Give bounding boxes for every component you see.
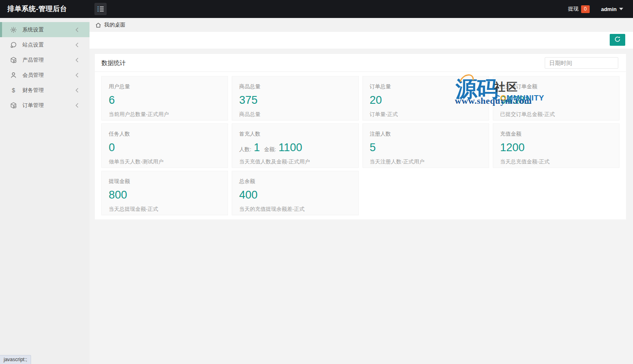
- user-menu[interactable]: admin: [601, 6, 623, 12]
- svg-text:$: $: [12, 87, 15, 93]
- stat-card-title: 总余额: [239, 178, 351, 185]
- sidebar-item-product-management[interactable]: 产品管理: [0, 52, 89, 67]
- breadcrumb: 我的桌面: [89, 18, 633, 32]
- stat-card-title: 任务人数: [109, 130, 221, 138]
- breadcrumb-home-link[interactable]: 我的桌面: [95, 21, 125, 29]
- sidebar-item-label: 财务管理: [22, 87, 75, 94]
- home-icon: [95, 22, 101, 28]
- user-icon: [10, 71, 17, 79]
- list-icon: [97, 7, 104, 7]
- stat-card-title: 提现金额: [109, 178, 221, 185]
- refresh-button[interactable]: [610, 34, 625, 46]
- sidebar-item-finance-management[interactable]: $财务管理: [0, 83, 89, 98]
- stat-card: 充值金额1200当天总充值金额-正式: [493, 123, 620, 168]
- stat-card-value: 5: [370, 141, 482, 154]
- withdraw-link[interactable]: 提现: [568, 5, 579, 13]
- stat-card: 用户总量6当前用户总数量-正式用户: [101, 76, 228, 121]
- sidebar-item-system-settings[interactable]: 系统设置: [0, 22, 89, 37]
- stat-card: 提现金额800当天总提现金额-正式: [101, 171, 228, 215]
- sidebar-item-label: 系统设置: [22, 26, 75, 33]
- chevron-left-icon: [75, 42, 79, 47]
- stat-card-value: 人数:1金额:1100: [239, 141, 351, 154]
- stat-card-desc: 做单当天人数-测试用户: [109, 158, 221, 165]
- refresh-icon: [614, 36, 621, 44]
- stat-card-title: 商品总量: [239, 83, 351, 90]
- chevron-left-icon: [75, 58, 79, 63]
- stat-card-value: 375: [239, 94, 351, 107]
- stat-card-desc: 当天注册人数-正式用户: [370, 158, 482, 165]
- stat-card-title: 充值金额: [500, 130, 612, 138]
- sidebar-item-site-settings[interactable]: 站点设置: [0, 37, 89, 52]
- stat-card-desc: 当天总提现金额-正式: [109, 205, 221, 213]
- dollar-icon: $: [10, 87, 17, 94]
- stat-card: 已完成订单金额94381已提交订单总金额-正式: [493, 76, 620, 121]
- stats-cards-grid: 用户总量6当前用户总数量-正式用户商品总量375商品总量订单总量20订单量-正式…: [95, 72, 626, 219]
- list-icon: [97, 11, 104, 11]
- app-title: 排单系统-管理后台: [7, 0, 67, 18]
- stat-card-desc: 当天的充值提现余额差-正式: [239, 205, 351, 213]
- stat-card-desc: 当天充值人数及金额-正式用户: [239, 158, 351, 165]
- stat-card-desc: 已提交订单总金额-正式: [500, 111, 612, 118]
- stat-card-value: 400: [239, 189, 351, 201]
- topbar-right: 提现 0 admin: [568, 0, 623, 18]
- sidebar: 系统设置站点设置产品管理会员管理$财务管理订单管理: [0, 18, 89, 364]
- caret-down-icon: [619, 8, 623, 10]
- list-icon: [97, 9, 104, 9]
- username: admin: [601, 6, 617, 12]
- sidebar-menu: 系统设置站点设置产品管理会员管理$财务管理订单管理: [0, 18, 89, 113]
- stat-card-desc: 订单量-正式: [370, 111, 482, 118]
- gear-icon: [10, 26, 17, 33]
- site-icon: [10, 41, 17, 49]
- chevron-left-icon: [75, 73, 79, 78]
- stat-card-desc: 当天总充值金额-正式: [500, 158, 612, 165]
- date-time-input[interactable]: [545, 57, 618, 69]
- stat-card-desc: 当前用户总数量-正式用户: [109, 111, 221, 118]
- status-link-tooltip: javascript:;: [0, 355, 31, 364]
- chevron-left-icon: [75, 27, 79, 32]
- stat-card: 首充人数人数:1金额:1100当天充值人数及金额-正式用户: [232, 123, 358, 168]
- stat-card-value: 20: [370, 94, 482, 107]
- menu-toggle-button[interactable]: [94, 3, 107, 15]
- stat-card-value: 6: [109, 94, 221, 107]
- sidebar-item-label: 产品管理: [22, 56, 75, 64]
- stat-card: 任务人数0做单当天人数-测试用户: [101, 123, 228, 168]
- stats-panel: 数据统计 用户总量6当前用户总数量-正式用户商品总量375商品总量订单总量20订…: [95, 54, 626, 219]
- cube-icon: [10, 56, 17, 64]
- panel-header: 数据统计: [95, 54, 626, 72]
- stat-card-value: 0: [109, 141, 221, 154]
- stat-card-title: 已完成订单金额: [500, 83, 612, 90]
- stat-card: 注册人数5当天注册人数-正式用户: [362, 123, 489, 168]
- topbar: 排单系统-管理后台 提现 0 admin: [0, 0, 633, 18]
- cube-icon: [10, 102, 17, 109]
- chevron-left-icon: [75, 103, 79, 108]
- sidebar-item-member-management[interactable]: 会员管理: [0, 67, 89, 83]
- sidebar-item-label: 订单管理: [22, 102, 75, 109]
- panel-title: 数据统计: [101, 59, 126, 67]
- stat-card-value: 1200: [500, 141, 612, 154]
- stat-card-desc: 商品总量: [239, 111, 351, 118]
- breadcrumb-label: 我的桌面: [104, 21, 125, 29]
- stat-card-title: 注册人数: [370, 130, 482, 138]
- toolbar-row: [89, 32, 633, 49]
- withdraw-count-badge[interactable]: 0: [581, 5, 590, 13]
- stat-card: 商品总量375商品总量: [232, 76, 358, 121]
- stat-card-value: 800: [109, 189, 221, 201]
- chevron-left-icon: [75, 88, 79, 93]
- stat-card-title: 首充人数: [239, 130, 351, 138]
- stat-card: 订单总量20订单量-正式: [362, 76, 489, 121]
- stat-card-value: 94381: [500, 94, 612, 107]
- stat-card-title: 用户总量: [109, 83, 221, 90]
- sidebar-item-order-management[interactable]: 订单管理: [0, 98, 89, 113]
- stat-card-title: 订单总量: [370, 83, 482, 90]
- sidebar-item-label: 站点设置: [22, 41, 75, 49]
- stat-card: 总余额400当天的充值提现余额差-正式: [232, 171, 358, 215]
- sidebar-item-label: 会员管理: [22, 71, 75, 79]
